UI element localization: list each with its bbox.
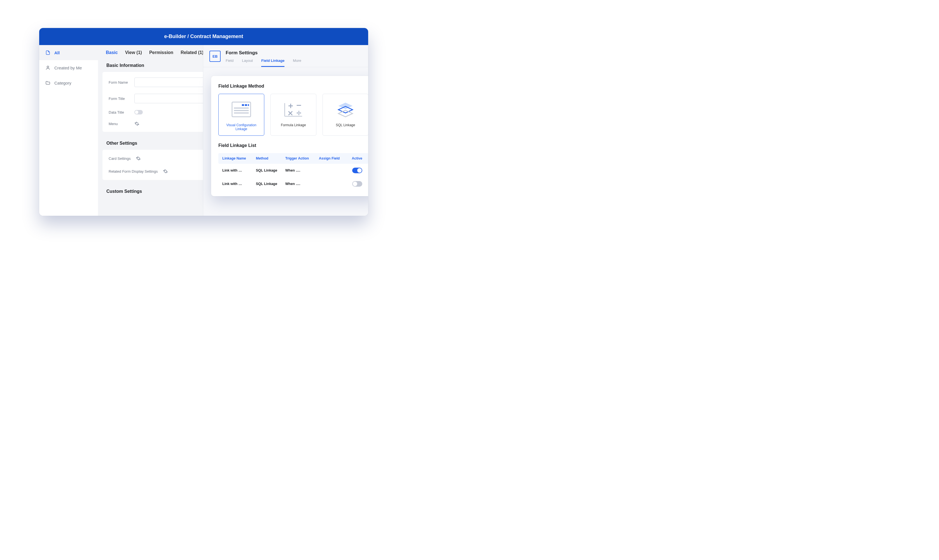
card-settings-label: Card Settings <box>109 157 131 161</box>
card-sql-linkage[interactable]: SQL Linkage <box>323 94 368 136</box>
form-settings-title: Form Settings <box>226 50 362 56</box>
field-linkage-list-title: Field Linkage List <box>219 143 368 148</box>
cell-trigger-action: When …. <box>285 168 319 172</box>
form-title-label: Form Title <box>109 97 134 101</box>
data-title-toggle[interactable] <box>134 110 143 114</box>
svg-rect-3 <box>245 104 247 106</box>
svg-rect-2 <box>242 104 244 106</box>
active-toggle[interactable] <box>352 181 362 187</box>
related-display-label: Related Form Display Settings <box>109 169 158 174</box>
svg-point-0 <box>47 66 49 68</box>
linkage-table-header: Linkage Name Method Trigger Action Assig… <box>219 153 368 164</box>
fs-tab-layout[interactable]: Layout <box>242 57 253 67</box>
app-window: e-Builder / Contract Management All Crea… <box>39 28 368 216</box>
user-icon <box>45 65 51 70</box>
card-label: Visual Configuration Linkage <box>222 123 261 131</box>
cell-trigger-action: When …. <box>285 182 319 186</box>
active-toggle[interactable] <box>352 168 362 173</box>
svg-point-8 <box>299 111 300 112</box>
svg-rect-6 <box>234 110 249 111</box>
layers-icon <box>334 100 356 118</box>
menu-label: Menu <box>109 122 134 126</box>
linkage-row[interactable]: Link with … SQL Linkage When …. <box>219 164 368 177</box>
field-linkage-popup: Field Linkage Method <box>211 76 368 196</box>
card-visual-configuration-linkage[interactable]: Visual Configuration Linkage <box>219 94 264 136</box>
sidebar-item-label: All <box>54 50 60 55</box>
cell-linkage-name: Link with … <box>222 182 256 186</box>
field-linkage-method-title: Field Linkage Method <box>219 84 368 89</box>
form-layout-icon <box>231 100 252 118</box>
titlebar: e-Builder / Contract Management <box>39 28 368 45</box>
card-label: Formula Linkage <box>281 123 306 127</box>
sidebar-item-label: Category <box>54 81 71 85</box>
file-icon <box>45 50 51 55</box>
cell-method: SQL Linkage <box>256 182 285 186</box>
gear-icon[interactable] <box>136 156 141 161</box>
sidebar: All Created by Me Category <box>39 45 98 216</box>
folder-icon <box>45 80 51 85</box>
col-linkage-name: Linkage Name <box>222 157 256 160</box>
col-method: Method <box>256 157 285 160</box>
tab-basic[interactable]: Basic <box>106 50 118 55</box>
tab-view[interactable]: View (1) <box>125 50 142 55</box>
form-settings-panel: EB Form Settings Field Layout Field Link… <box>203 45 368 216</box>
sidebar-item-label: Created by Me <box>54 66 82 70</box>
cell-linkage-name: Link with … <box>222 168 256 172</box>
card-label: SQL Linkage <box>336 123 355 127</box>
col-trigger-action: Trigger Action <box>285 157 319 160</box>
svg-point-9 <box>299 114 300 115</box>
tab-related[interactable]: Related (1) <box>180 50 203 55</box>
fs-tab-field[interactable]: Field <box>226 57 234 67</box>
gear-icon[interactable] <box>134 121 139 126</box>
sidebar-item-category[interactable]: Category <box>39 75 98 91</box>
svg-rect-7 <box>234 112 249 114</box>
svg-rect-1 <box>232 102 251 117</box>
sidebar-item-created-by-me[interactable]: Created by Me <box>39 60 98 75</box>
formula-icon <box>282 100 304 118</box>
card-formula-linkage[interactable]: Formula Linkage <box>271 94 316 136</box>
gear-icon[interactable] <box>163 169 168 174</box>
fs-tab-field-linkage[interactable]: Field Linkage <box>261 57 285 67</box>
cell-method: SQL Linkage <box>256 168 285 172</box>
fs-tab-more[interactable]: More <box>293 57 301 67</box>
col-active: Active <box>347 157 362 160</box>
tab-permission[interactable]: Permission <box>149 50 173 55</box>
eb-badge: EB <box>209 51 221 62</box>
sidebar-item-all[interactable]: All <box>39 45 98 60</box>
form-settings-tabs: Field Layout Field Linkage More <box>226 57 362 67</box>
svg-rect-5 <box>234 108 249 109</box>
data-title-label: Data Title <box>109 110 134 114</box>
col-assign-field: Assign Field <box>319 157 347 160</box>
form-name-label: Form Name <box>109 80 134 85</box>
linkage-row[interactable]: Link with … SQL Linkage When …. <box>219 177 368 191</box>
svg-rect-4 <box>248 104 249 106</box>
